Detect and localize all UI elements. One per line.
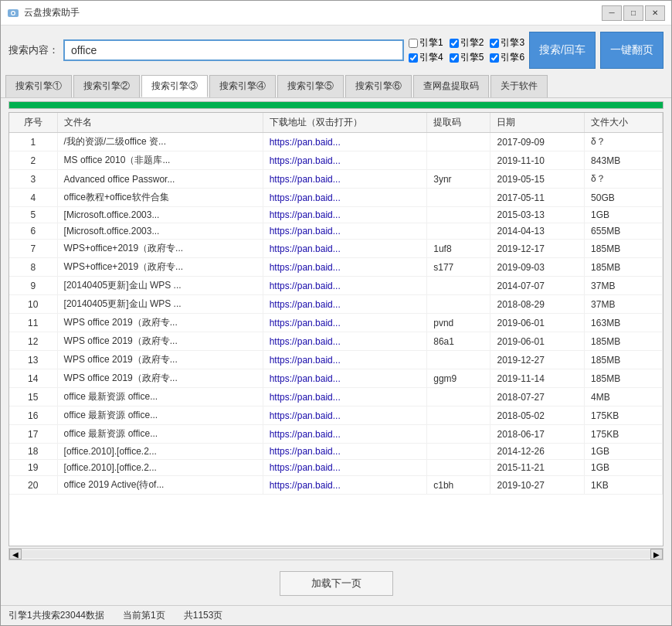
table-cell[interactable]: https://pan.baid... <box>263 351 427 369</box>
main-window: 云盘搜索助手 ─ □ ✕ 搜索内容： 引擎1 引擎2 引擎3 引擎4 <box>0 0 672 626</box>
table-cell[interactable]: https://pan.baid... <box>263 277 427 295</box>
engine4-checkbox[interactable]: 引擎4 <box>409 51 443 64</box>
col-header-size: 文件大小 <box>585 113 663 133</box>
tab-engine1[interactable]: 搜索引擎① <box>5 75 72 97</box>
tab-about[interactable]: 关于软件 <box>490 75 548 97</box>
scroll-left-button[interactable]: ◀ <box>9 549 22 560</box>
table-header-row: 序号 文件名 下载地址（双击打开） 提取码 日期 文件大小 <box>9 113 663 133</box>
scroll-right-button[interactable]: ▶ <box>650 549 663 560</box>
table-cell: MS office 2010（非题库... <box>57 151 263 170</box>
table-row[interactable]: 3Advanced office Passwor...https://pan.b… <box>9 170 663 189</box>
horizontal-scrollbar[interactable]: ◀ ▶ <box>8 548 664 560</box>
table-cell: 10 <box>9 295 57 314</box>
table-cell: [Microsoft.office.2003... <box>57 207 263 223</box>
table-cell[interactable]: https://pan.baid... <box>263 189 427 207</box>
maximize-button[interactable]: □ <box>623 5 643 21</box>
table-cell: WPS office 2019（政府专... <box>57 314 263 332</box>
table-cell: 5 <box>9 207 57 223</box>
results-table-container[interactable]: 序号 文件名 下载地址（双击打开） 提取码 日期 文件大小 1/我的资源/二级o… <box>8 112 664 546</box>
table-row[interactable]: 1/我的资源/二级office 资...https://pan.baid...2… <box>9 133 663 151</box>
table-cell[interactable]: https://pan.baid... <box>263 170 427 189</box>
table-cell[interactable]: https://pan.baid... <box>263 407 427 425</box>
table-row[interactable]: 2MS office 2010（非题库...https://pan.baid..… <box>9 151 663 170</box>
table-cell: 2019-05-15 <box>490 170 585 189</box>
col-header-code: 提取码 <box>427 113 490 133</box>
search-bar: 搜索内容： 引擎1 引擎2 引擎3 引擎4 引擎5 引擎6 <box>1 26 671 75</box>
window-title: 云盘搜索助手 <box>24 6 602 19</box>
engine5-checkbox[interactable]: 引擎5 <box>450 51 484 64</box>
table-row[interactable]: 15office 最新资源 office...https://pan.baid.… <box>9 388 663 407</box>
table-cell[interactable]: https://pan.baid... <box>263 133 427 151</box>
tab-engine5[interactable]: 搜索引擎⑤ <box>277 75 344 97</box>
total-pages: 共1153页 <box>184 609 223 622</box>
table-row[interactable]: 5[Microsoft.office.2003...https://pan.ba… <box>9 207 663 223</box>
engine6-checkbox[interactable]: 引擎6 <box>490 51 524 64</box>
table-cell[interactable]: https://pan.baid... <box>263 295 427 314</box>
table-row[interactable]: 7WPS+office+2019（政府专...https://pan.baid.… <box>9 240 663 258</box>
load-more-button[interactable]: 加载下一页 <box>280 571 393 596</box>
tab-extract-code[interactable]: 查网盘提取码 <box>413 75 489 97</box>
title-bar: 云盘搜索助手 ─ □ ✕ <box>1 1 671 26</box>
table-cell: pvnd <box>427 314 490 332</box>
table-row[interactable]: 19[office.2010].[office.2...https://pan.… <box>9 460 663 476</box>
progress-bar-fill <box>9 102 663 108</box>
table-row[interactable]: 16office 最新资源 office...https://pan.baid.… <box>9 407 663 425</box>
table-cell: 2018-06-17 <box>490 425 585 444</box>
table-cell: 185MB <box>585 369 663 388</box>
table-cell: 843MB <box>585 151 663 170</box>
tab-engine2[interactable]: 搜索引擎② <box>73 75 140 97</box>
table-cell[interactable]: https://pan.baid... <box>263 151 427 170</box>
table-cell[interactable]: https://pan.baid... <box>263 425 427 444</box>
search-input[interactable] <box>63 39 404 61</box>
table-cell: 2 <box>9 151 57 170</box>
table-cell: 185MB <box>585 351 663 369</box>
table-cell <box>427 151 490 170</box>
table-row[interactable]: 12WPS office 2019（政府专...https://pan.baid… <box>9 332 663 351</box>
table-cell: 655MB <box>585 223 663 240</box>
close-button[interactable]: ✕ <box>645 5 665 21</box>
engine1-checkbox[interactable]: 引擎1 <box>409 36 443 49</box>
table-row[interactable]: 17office 最新资源 office...https://pan.baid.… <box>9 425 663 444</box>
engine3-checkbox[interactable]: 引擎3 <box>490 36 524 49</box>
tab-engine4[interactable]: 搜索引擎④ <box>209 75 276 97</box>
tab-engine3[interactable]: 搜索引擎③ <box>141 75 208 97</box>
table-cell[interactable]: https://pan.baid... <box>263 460 427 476</box>
table-cell <box>427 444 490 460</box>
scroll-track[interactable] <box>22 550 650 558</box>
table-row[interactable]: 4office教程+office软件合集https://pan.baid...2… <box>9 189 663 207</box>
table-cell: 2015-03-13 <box>490 207 585 223</box>
table-row[interactable]: 20office 2019 Active(待of...https://pan.b… <box>9 476 663 495</box>
table-cell[interactable]: https://pan.baid... <box>263 332 427 351</box>
tab-engine6[interactable]: 搜索引擎⑥ <box>345 75 412 97</box>
table-cell: 2015-11-21 <box>490 460 585 476</box>
table-cell[interactable]: https://pan.baid... <box>263 258 427 277</box>
results-table: 序号 文件名 下载地址（双击打开） 提取码 日期 文件大小 1/我的资源/二级o… <box>9 113 663 495</box>
table-cell[interactable]: https://pan.baid... <box>263 223 427 240</box>
table-cell: 37MB <box>585 295 663 314</box>
table-cell[interactable]: https://pan.baid... <box>263 476 427 495</box>
onekey-button[interactable]: 一键翻页 <box>600 32 664 69</box>
table-cell: 12 <box>9 332 57 351</box>
table-cell[interactable]: https://pan.baid... <box>263 444 427 460</box>
table-row[interactable]: 14WPS office 2019（政府专...https://pan.baid… <box>9 369 663 388</box>
table-row[interactable]: 10[20140405更新]金山 WPS ...https://pan.baid… <box>9 295 663 314</box>
table-cell[interactable]: https://pan.baid... <box>263 369 427 388</box>
table-cell: 2019-11-10 <box>490 151 585 170</box>
search-button[interactable]: 搜索/回车 <box>529 32 596 69</box>
load-more-container: 加载下一页 <box>1 565 671 602</box>
table-row[interactable]: 13WPS office 2019（政府专...https://pan.baid… <box>9 351 663 369</box>
col-header-filename: 文件名 <box>57 113 263 133</box>
table-row[interactable]: 11WPS office 2019（政府专...https://pan.baid… <box>9 314 663 332</box>
table-cell[interactable]: https://pan.baid... <box>263 314 427 332</box>
table-cell[interactable]: https://pan.baid... <box>263 388 427 407</box>
table-cell[interactable]: https://pan.baid... <box>263 240 427 258</box>
table-row[interactable]: 6[Microsoft.office.2003...https://pan.ba… <box>9 223 663 240</box>
table-cell: 2018-08-29 <box>490 295 585 314</box>
table-row[interactable]: 8WPS+office+2019（政府专...https://pan.baid.… <box>9 258 663 277</box>
table-row[interactable]: 18[office.2010].[office.2...https://pan.… <box>9 444 663 460</box>
table-row[interactable]: 9[20140405更新]金山 WPS ...https://pan.baid.… <box>9 277 663 295</box>
table-cell: 7 <box>9 240 57 258</box>
table-cell[interactable]: https://pan.baid... <box>263 207 427 223</box>
engine2-checkbox[interactable]: 引擎2 <box>450 36 484 49</box>
minimize-button[interactable]: ─ <box>602 5 622 21</box>
